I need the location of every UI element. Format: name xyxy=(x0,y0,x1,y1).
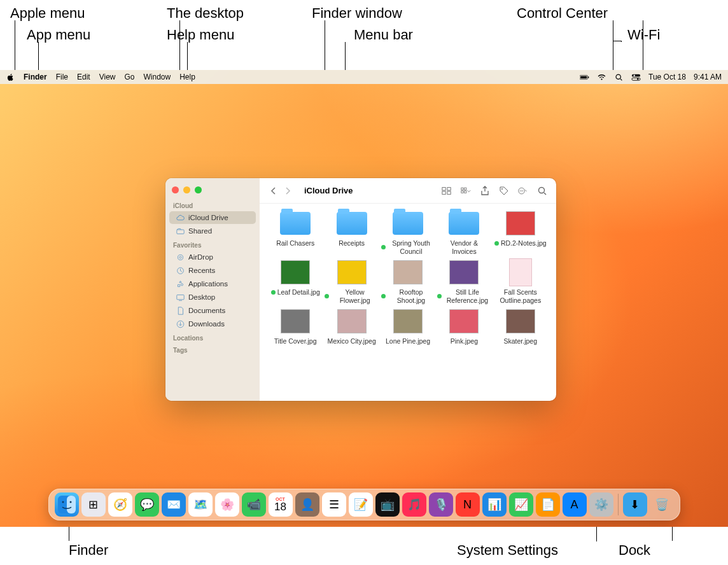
file-thumbnail xyxy=(448,259,480,286)
file-thumbnail xyxy=(505,259,536,286)
file-item[interactable]: Rail Chasers xyxy=(269,210,322,255)
file-item[interactable]: Spring Youth Council xyxy=(381,210,435,255)
wifi-icon[interactable] xyxy=(597,73,606,81)
dock-app-news[interactable]: N xyxy=(456,492,480,517)
window-minimize[interactable] xyxy=(183,186,190,193)
sidebar-item-desktop[interactable]: Desktop xyxy=(169,291,256,303)
dock-app-numbers[interactable]: 📈 xyxy=(509,492,533,517)
svg-point-10 xyxy=(178,255,183,260)
dock-app-messages[interactable]: 💬 xyxy=(135,492,159,517)
sidebar-item-label: iCloud Drive xyxy=(188,214,228,221)
sidebar-item-downloads[interactable]: Downloads xyxy=(169,317,256,330)
window-controls xyxy=(165,183,260,199)
menu-view[interactable]: View xyxy=(99,73,116,81)
dock-app-keynote[interactable]: 📊 xyxy=(482,492,507,517)
cloud-icon xyxy=(176,213,185,222)
file-name: Title Cover.jpg xyxy=(274,337,317,345)
svg-point-28 xyxy=(522,190,523,191)
svg-rect-22 xyxy=(461,191,463,193)
sidebar-item-documents[interactable]: Documents xyxy=(169,304,256,317)
dock-app-tv[interactable]: 📺 xyxy=(375,492,400,517)
callout-the-desktop: The desktop xyxy=(167,5,244,22)
spotlight-icon[interactable] xyxy=(614,73,624,81)
sidebar-item-applications[interactable]: Applications xyxy=(169,277,256,290)
callout-finder-window: Finder window xyxy=(312,5,402,22)
dock-app-music[interactable]: 🎵 xyxy=(402,492,426,517)
file-thumbnail xyxy=(279,308,311,335)
dock-app-downloads[interactable]: ⬇︎ xyxy=(623,492,647,517)
menu-window[interactable]: Window xyxy=(144,73,171,81)
sidebar-item-airdrop[interactable]: AirDrop xyxy=(169,251,256,263)
svg-point-33 xyxy=(62,501,64,503)
sidebar-item-recents[interactable]: Recents xyxy=(169,264,256,277)
file-item[interactable]: Receipts xyxy=(325,210,378,255)
file-item[interactable]: Pink.jpeg xyxy=(437,308,491,345)
dock-app-podcasts[interactable]: 🎙️ xyxy=(429,492,453,517)
dock-app-reminders[interactable]: ☰ xyxy=(322,492,346,517)
nav-back[interactable] xyxy=(269,186,279,196)
callout-dock: Dock xyxy=(619,542,650,559)
dock-app-finder[interactable] xyxy=(55,492,79,517)
dock-app-maps[interactable]: 🗺️ xyxy=(188,492,213,517)
dock-app-facetime[interactable]: 📹 xyxy=(242,492,266,517)
file-item[interactable]: Title Cover.jpg xyxy=(269,308,322,345)
file-thumbnail xyxy=(448,308,480,335)
callout-system-settings: System Settings xyxy=(457,542,558,559)
dock-app-photos[interactable]: 🌸 xyxy=(215,492,239,517)
battery-icon[interactable] xyxy=(580,73,589,81)
file-name: Leaf Detail.jpg xyxy=(277,288,320,296)
nav-forward[interactable] xyxy=(283,186,293,196)
menu-help[interactable]: Help xyxy=(179,73,195,81)
menubar-date[interactable]: Tue Oct 18 xyxy=(648,73,686,81)
control-center-icon[interactable] xyxy=(631,73,641,81)
group-menu[interactable] xyxy=(461,186,471,196)
file-item[interactable]: Leaf Detail.jpg xyxy=(269,259,322,304)
view-icons[interactable] xyxy=(442,186,452,196)
search-icon[interactable] xyxy=(537,186,547,196)
file-item[interactable]: RD.2-Notes.jpg xyxy=(494,210,547,255)
action-menu-icon[interactable] xyxy=(518,186,528,196)
finder-sidebar: iCloudiCloud DriveSharedFavoritesAirDrop… xyxy=(165,178,260,401)
dock-app-mail[interactable]: ✉️ xyxy=(162,492,186,517)
window-close[interactable] xyxy=(172,186,179,193)
menubar-time[interactable]: 9:41 AM xyxy=(694,73,722,81)
dock-app-notes[interactable]: 📝 xyxy=(349,492,373,517)
sidebar-item-label: Shared xyxy=(188,227,212,235)
dock-app-safari[interactable]: 🧭 xyxy=(108,492,132,517)
file-item[interactable]: Still Life Reference.jpg xyxy=(437,259,491,304)
app-menu[interactable]: Finder xyxy=(24,73,47,81)
callout-menu-bar: Menu bar xyxy=(354,27,413,43)
menu-edit[interactable]: Edit xyxy=(77,73,90,81)
svg-line-4 xyxy=(620,78,622,80)
dock-app-trash[interactable]: 🗑️ xyxy=(650,492,674,517)
file-name: Yellow Flower.jpg xyxy=(331,288,378,304)
sidebar-item-icloud-drive[interactable]: iCloud Drive xyxy=(169,211,256,224)
tag-icon[interactable] xyxy=(499,186,509,196)
menu-go[interactable]: Go xyxy=(125,73,135,81)
file-name: Lone Pine.jpeg xyxy=(386,337,430,345)
window-maximize[interactable] xyxy=(195,186,202,193)
file-name: Pink.jpeg xyxy=(451,337,478,345)
svg-rect-18 xyxy=(442,191,445,193)
dock-app-pages[interactable]: 📄 xyxy=(536,492,560,517)
share-icon[interactable] xyxy=(480,186,490,196)
download-icon xyxy=(176,319,185,328)
menu-file[interactable]: File xyxy=(56,73,68,81)
svg-point-34 xyxy=(69,501,71,503)
file-item[interactable]: Vendor & Invoices xyxy=(437,210,491,255)
file-item[interactable]: Skater.jpeg xyxy=(494,308,547,345)
dock-app-system-settings[interactable]: ⚙️ xyxy=(589,492,613,517)
file-item[interactable]: Lone Pine.jpeg xyxy=(381,308,435,345)
file-item[interactable]: Fall Scents Outline.pages xyxy=(494,259,547,304)
dock-app-contacts[interactable]: 👤 xyxy=(295,492,319,517)
file-item[interactable]: Rooftop Shoot.jpg xyxy=(381,259,435,304)
tag-dot-icon xyxy=(271,290,276,295)
sidebar-item-shared[interactable]: Shared xyxy=(169,225,256,237)
apple-menu-icon[interactable] xyxy=(6,73,15,81)
dock-app-launchpad[interactable]: ⊞ xyxy=(81,492,106,517)
dock-app-app-store[interactable]: A xyxy=(563,492,587,517)
svg-rect-19 xyxy=(447,191,451,193)
file-item[interactable]: Mexico City.jpeg xyxy=(325,308,378,345)
dock-app-calendar[interactable]: OCT18 xyxy=(269,492,293,517)
file-item[interactable]: Yellow Flower.jpg xyxy=(325,259,378,304)
